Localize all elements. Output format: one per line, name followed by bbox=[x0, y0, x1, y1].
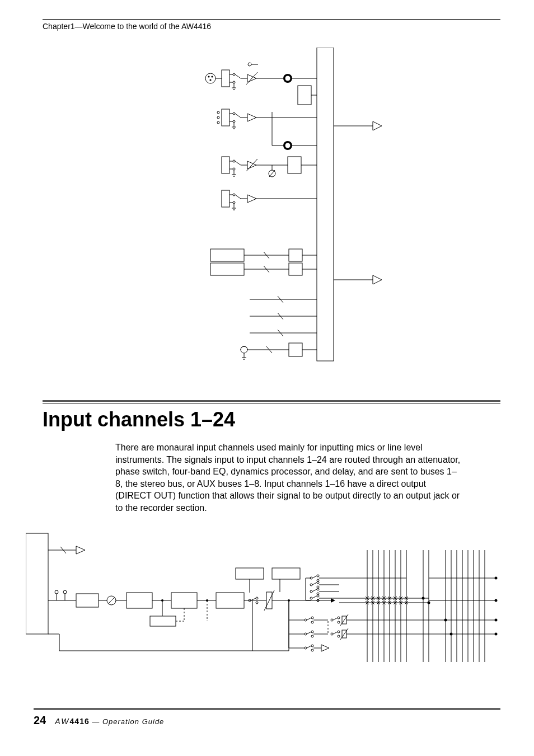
svg-line-17 bbox=[235, 74, 241, 78]
svg-point-157 bbox=[317, 593, 319, 595]
svg-point-230 bbox=[311, 617, 313, 619]
svg-rect-145 bbox=[272, 568, 300, 579]
svg-point-256 bbox=[305, 647, 307, 649]
svg-rect-51 bbox=[222, 157, 229, 173]
svg-point-53 bbox=[233, 168, 235, 170]
svg-rect-88 bbox=[289, 249, 302, 261]
svg-point-249 bbox=[338, 635, 340, 637]
svg-point-156 bbox=[317, 588, 319, 590]
svg-point-148 bbox=[317, 575, 319, 577]
page-header: Chapter1—Welcome to the world of the AW4… bbox=[43, 19, 500, 31]
svg-rect-31 bbox=[222, 109, 229, 126]
svg-line-150 bbox=[312, 576, 317, 578]
svg-point-235 bbox=[338, 617, 340, 619]
svg-marker-4 bbox=[373, 275, 382, 284]
section-body: There are monaural input channels used m… bbox=[115, 442, 462, 514]
svg-marker-2 bbox=[373, 121, 382, 130]
chapter-label: Chapter1—Welcome to the world of the AW4… bbox=[43, 22, 500, 31]
svg-point-152 bbox=[317, 581, 319, 584]
svg-line-245 bbox=[307, 632, 311, 634]
svg-point-14 bbox=[233, 81, 235, 83]
svg-point-228 bbox=[428, 601, 430, 604]
svg-point-231 bbox=[311, 621, 313, 623]
svg-point-10 bbox=[209, 79, 211, 81]
svg-point-47 bbox=[285, 143, 291, 148]
svg-rect-125 bbox=[150, 616, 176, 626]
svg-line-259 bbox=[307, 646, 311, 648]
svg-rect-70 bbox=[222, 190, 229, 207]
svg-point-137 bbox=[256, 602, 258, 604]
monitor-diagram bbox=[188, 48, 500, 369]
svg-point-243 bbox=[311, 631, 313, 633]
svg-line-65 bbox=[269, 170, 275, 177]
section-rule bbox=[43, 400, 500, 402]
svg-rect-67 bbox=[288, 157, 301, 173]
page-footer: 24 AW4416 — Operation Guide bbox=[34, 708, 500, 727]
svg-point-159 bbox=[310, 597, 312, 599]
svg-line-118 bbox=[108, 597, 115, 604]
svg-point-72 bbox=[233, 201, 235, 204]
svg-line-75 bbox=[235, 195, 241, 199]
svg-marker-261 bbox=[321, 645, 329, 651]
svg-point-160 bbox=[317, 595, 319, 597]
svg-point-71 bbox=[233, 194, 235, 196]
svg-line-237 bbox=[333, 618, 338, 620]
svg-marker-109 bbox=[76, 546, 85, 554]
svg-point-13 bbox=[233, 73, 235, 76]
svg-line-138 bbox=[251, 598, 256, 600]
svg-point-257 bbox=[311, 645, 313, 647]
svg-marker-41 bbox=[247, 114, 256, 121]
svg-rect-89 bbox=[289, 263, 302, 275]
svg-marker-173 bbox=[331, 598, 335, 603]
svg-point-151 bbox=[310, 584, 312, 586]
svg-point-5 bbox=[248, 63, 251, 66]
svg-line-250 bbox=[333, 632, 338, 634]
svg-point-244 bbox=[311, 635, 313, 637]
svg-point-9 bbox=[211, 76, 213, 77]
svg-line-232 bbox=[307, 618, 311, 620]
svg-point-229 bbox=[305, 619, 307, 621]
svg-point-241 bbox=[444, 618, 447, 621]
svg-point-248 bbox=[338, 631, 340, 633]
svg-line-158 bbox=[312, 589, 317, 591]
svg-point-234 bbox=[331, 619, 333, 621]
svg-rect-123 bbox=[171, 593, 197, 608]
svg-point-7 bbox=[205, 73, 216, 83]
svg-point-247 bbox=[331, 633, 333, 635]
svg-point-34 bbox=[217, 121, 219, 124]
section-rule-thin bbox=[43, 403, 500, 403]
svg-rect-82 bbox=[210, 249, 244, 261]
svg-rect-104 bbox=[289, 343, 302, 356]
svg-point-32 bbox=[217, 111, 219, 114]
svg-rect-106 bbox=[26, 533, 48, 634]
svg-point-153 bbox=[317, 586, 319, 588]
svg-rect-120 bbox=[127, 593, 152, 608]
svg-rect-12 bbox=[222, 70, 229, 87]
svg-line-162 bbox=[312, 596, 317, 598]
svg-point-36 bbox=[233, 120, 235, 123]
signal-flow-diagram bbox=[26, 528, 500, 675]
svg-point-227 bbox=[422, 597, 425, 599]
svg-point-149 bbox=[317, 579, 319, 581]
svg-rect-29 bbox=[298, 86, 311, 105]
section-title: Input channels 1–24 bbox=[43, 408, 500, 431]
svg-point-136 bbox=[256, 597, 258, 599]
page-number: 24 bbox=[34, 714, 46, 727]
svg-point-35 bbox=[233, 112, 235, 115]
svg-rect-0 bbox=[317, 48, 334, 361]
svg-rect-132 bbox=[236, 568, 264, 579]
svg-point-26 bbox=[285, 76, 291, 81]
svg-line-39 bbox=[235, 114, 241, 118]
svg-point-52 bbox=[233, 160, 235, 162]
svg-point-258 bbox=[311, 649, 313, 651]
svg-point-155 bbox=[310, 590, 312, 593]
svg-line-154 bbox=[312, 583, 317, 585]
svg-point-8 bbox=[208, 76, 209, 77]
svg-point-254 bbox=[450, 632, 453, 635]
svg-point-236 bbox=[338, 621, 340, 623]
svg-line-56 bbox=[235, 161, 241, 165]
svg-point-111 bbox=[55, 590, 58, 594]
svg-point-33 bbox=[217, 116, 219, 119]
svg-point-242 bbox=[305, 633, 307, 635]
svg-marker-77 bbox=[247, 195, 256, 203]
